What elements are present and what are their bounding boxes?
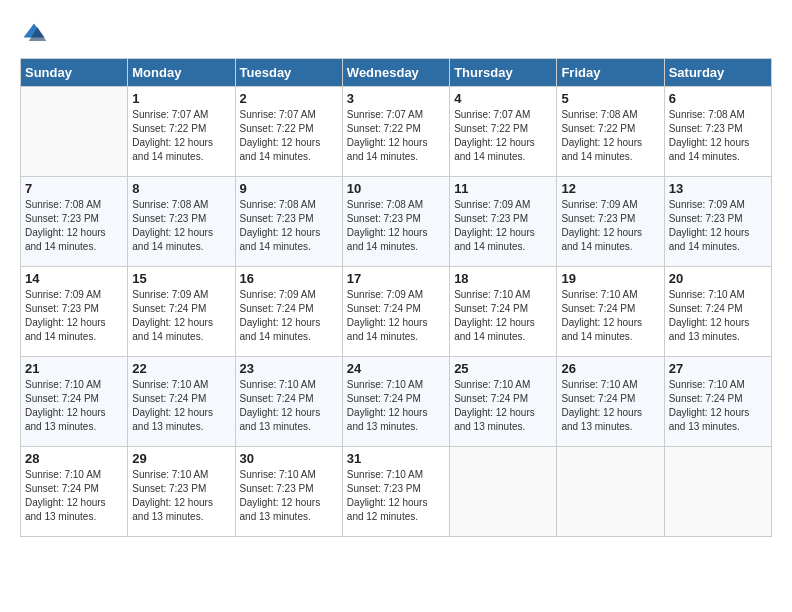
day-number: 17	[347, 271, 445, 286]
day-cell: 6Sunrise: 7:08 AMSunset: 7:23 PMDaylight…	[664, 87, 771, 177]
day-cell: 20Sunrise: 7:10 AMSunset: 7:24 PMDayligh…	[664, 267, 771, 357]
logo	[20, 20, 52, 48]
day-cell	[450, 447, 557, 537]
day-cell: 11Sunrise: 7:09 AMSunset: 7:23 PMDayligh…	[450, 177, 557, 267]
day-cell: 21Sunrise: 7:10 AMSunset: 7:24 PMDayligh…	[21, 357, 128, 447]
day-cell: 19Sunrise: 7:10 AMSunset: 7:24 PMDayligh…	[557, 267, 664, 357]
day-detail: Sunrise: 7:08 AMSunset: 7:23 PMDaylight:…	[132, 198, 230, 254]
day-cell: 7Sunrise: 7:08 AMSunset: 7:23 PMDaylight…	[21, 177, 128, 267]
day-detail: Sunrise: 7:10 AMSunset: 7:23 PMDaylight:…	[347, 468, 445, 524]
day-cell: 26Sunrise: 7:10 AMSunset: 7:24 PMDayligh…	[557, 357, 664, 447]
day-cell: 10Sunrise: 7:08 AMSunset: 7:23 PMDayligh…	[342, 177, 449, 267]
page-header	[20, 20, 772, 48]
day-cell: 25Sunrise: 7:10 AMSunset: 7:24 PMDayligh…	[450, 357, 557, 447]
day-number: 25	[454, 361, 552, 376]
day-cell: 4Sunrise: 7:07 AMSunset: 7:22 PMDaylight…	[450, 87, 557, 177]
day-number: 29	[132, 451, 230, 466]
day-detail: Sunrise: 7:10 AMSunset: 7:24 PMDaylight:…	[347, 378, 445, 434]
day-number: 19	[561, 271, 659, 286]
day-detail: Sunrise: 7:10 AMSunset: 7:24 PMDaylight:…	[25, 468, 123, 524]
header-cell-thursday: Thursday	[450, 59, 557, 87]
week-row-4: 21Sunrise: 7:10 AMSunset: 7:24 PMDayligh…	[21, 357, 772, 447]
day-cell: 29Sunrise: 7:10 AMSunset: 7:23 PMDayligh…	[128, 447, 235, 537]
header-cell-tuesday: Tuesday	[235, 59, 342, 87]
day-cell: 12Sunrise: 7:09 AMSunset: 7:23 PMDayligh…	[557, 177, 664, 267]
day-cell: 23Sunrise: 7:10 AMSunset: 7:24 PMDayligh…	[235, 357, 342, 447]
day-detail: Sunrise: 7:08 AMSunset: 7:23 PMDaylight:…	[25, 198, 123, 254]
day-cell: 14Sunrise: 7:09 AMSunset: 7:23 PMDayligh…	[21, 267, 128, 357]
day-number: 7	[25, 181, 123, 196]
day-number: 8	[132, 181, 230, 196]
day-cell: 17Sunrise: 7:09 AMSunset: 7:24 PMDayligh…	[342, 267, 449, 357]
day-detail: Sunrise: 7:10 AMSunset: 7:24 PMDaylight:…	[561, 288, 659, 344]
day-number: 21	[25, 361, 123, 376]
week-row-2: 7Sunrise: 7:08 AMSunset: 7:23 PMDaylight…	[21, 177, 772, 267]
day-cell: 24Sunrise: 7:10 AMSunset: 7:24 PMDayligh…	[342, 357, 449, 447]
day-detail: Sunrise: 7:10 AMSunset: 7:24 PMDaylight:…	[561, 378, 659, 434]
day-cell: 27Sunrise: 7:10 AMSunset: 7:24 PMDayligh…	[664, 357, 771, 447]
day-detail: Sunrise: 7:10 AMSunset: 7:24 PMDaylight:…	[454, 288, 552, 344]
week-row-1: 1Sunrise: 7:07 AMSunset: 7:22 PMDaylight…	[21, 87, 772, 177]
header-cell-saturday: Saturday	[664, 59, 771, 87]
day-detail: Sunrise: 7:09 AMSunset: 7:24 PMDaylight:…	[240, 288, 338, 344]
day-detail: Sunrise: 7:07 AMSunset: 7:22 PMDaylight:…	[454, 108, 552, 164]
day-number: 24	[347, 361, 445, 376]
week-row-3: 14Sunrise: 7:09 AMSunset: 7:23 PMDayligh…	[21, 267, 772, 357]
day-detail: Sunrise: 7:10 AMSunset: 7:24 PMDaylight:…	[669, 288, 767, 344]
day-number: 31	[347, 451, 445, 466]
day-detail: Sunrise: 7:07 AMSunset: 7:22 PMDaylight:…	[132, 108, 230, 164]
day-cell	[664, 447, 771, 537]
day-number: 9	[240, 181, 338, 196]
day-cell: 22Sunrise: 7:10 AMSunset: 7:24 PMDayligh…	[128, 357, 235, 447]
day-cell	[21, 87, 128, 177]
day-number: 26	[561, 361, 659, 376]
day-number: 12	[561, 181, 659, 196]
day-number: 14	[25, 271, 123, 286]
day-number: 11	[454, 181, 552, 196]
day-detail: Sunrise: 7:09 AMSunset: 7:24 PMDaylight:…	[132, 288, 230, 344]
day-detail: Sunrise: 7:07 AMSunset: 7:22 PMDaylight:…	[347, 108, 445, 164]
day-detail: Sunrise: 7:09 AMSunset: 7:23 PMDaylight:…	[454, 198, 552, 254]
day-number: 5	[561, 91, 659, 106]
day-detail: Sunrise: 7:08 AMSunset: 7:23 PMDaylight:…	[669, 108, 767, 164]
day-cell: 9Sunrise: 7:08 AMSunset: 7:23 PMDaylight…	[235, 177, 342, 267]
day-number: 4	[454, 91, 552, 106]
day-detail: Sunrise: 7:09 AMSunset: 7:23 PMDaylight:…	[25, 288, 123, 344]
day-number: 13	[669, 181, 767, 196]
day-detail: Sunrise: 7:08 AMSunset: 7:23 PMDaylight:…	[347, 198, 445, 254]
day-cell: 28Sunrise: 7:10 AMSunset: 7:24 PMDayligh…	[21, 447, 128, 537]
day-cell: 5Sunrise: 7:08 AMSunset: 7:22 PMDaylight…	[557, 87, 664, 177]
day-number: 22	[132, 361, 230, 376]
day-detail: Sunrise: 7:09 AMSunset: 7:23 PMDaylight:…	[669, 198, 767, 254]
day-detail: Sunrise: 7:07 AMSunset: 7:22 PMDaylight:…	[240, 108, 338, 164]
day-number: 23	[240, 361, 338, 376]
day-number: 30	[240, 451, 338, 466]
day-detail: Sunrise: 7:08 AMSunset: 7:22 PMDaylight:…	[561, 108, 659, 164]
day-cell: 18Sunrise: 7:10 AMSunset: 7:24 PMDayligh…	[450, 267, 557, 357]
day-detail: Sunrise: 7:08 AMSunset: 7:23 PMDaylight:…	[240, 198, 338, 254]
header-cell-friday: Friday	[557, 59, 664, 87]
header-row: SundayMondayTuesdayWednesdayThursdayFrid…	[21, 59, 772, 87]
day-cell: 2Sunrise: 7:07 AMSunset: 7:22 PMDaylight…	[235, 87, 342, 177]
day-cell: 1Sunrise: 7:07 AMSunset: 7:22 PMDaylight…	[128, 87, 235, 177]
day-cell: 30Sunrise: 7:10 AMSunset: 7:23 PMDayligh…	[235, 447, 342, 537]
day-number: 2	[240, 91, 338, 106]
day-cell: 3Sunrise: 7:07 AMSunset: 7:22 PMDaylight…	[342, 87, 449, 177]
week-row-5: 28Sunrise: 7:10 AMSunset: 7:24 PMDayligh…	[21, 447, 772, 537]
day-detail: Sunrise: 7:10 AMSunset: 7:24 PMDaylight:…	[132, 378, 230, 434]
day-detail: Sunrise: 7:10 AMSunset: 7:24 PMDaylight:…	[669, 378, 767, 434]
day-number: 10	[347, 181, 445, 196]
day-number: 15	[132, 271, 230, 286]
day-detail: Sunrise: 7:10 AMSunset: 7:23 PMDaylight:…	[132, 468, 230, 524]
header-cell-monday: Monday	[128, 59, 235, 87]
day-number: 1	[132, 91, 230, 106]
day-number: 20	[669, 271, 767, 286]
day-number: 18	[454, 271, 552, 286]
day-detail: Sunrise: 7:10 AMSunset: 7:24 PMDaylight:…	[240, 378, 338, 434]
day-detail: Sunrise: 7:10 AMSunset: 7:24 PMDaylight:…	[454, 378, 552, 434]
day-cell	[557, 447, 664, 537]
day-number: 28	[25, 451, 123, 466]
header-cell-wednesday: Wednesday	[342, 59, 449, 87]
day-number: 3	[347, 91, 445, 106]
day-cell: 31Sunrise: 7:10 AMSunset: 7:23 PMDayligh…	[342, 447, 449, 537]
